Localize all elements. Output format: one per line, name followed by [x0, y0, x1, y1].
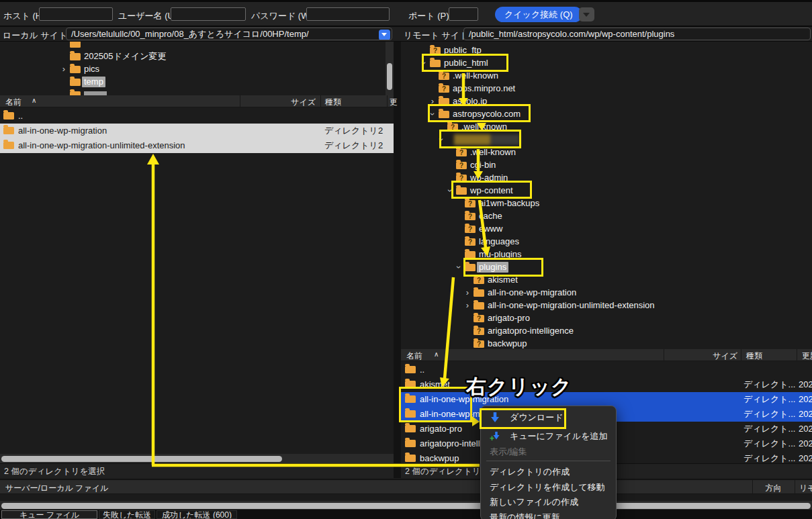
tree-item-label: astropsycolo.com [453, 109, 521, 120]
tree-item-.well-known[interactable]: ?.well-known [401, 121, 812, 134]
local-tree-scrollbar[interactable] [386, 42, 394, 95]
password-input[interactable] [306, 7, 390, 21]
local-col-size[interactable]: サイズ [255, 97, 316, 108]
expand-icon[interactable]: › [463, 287, 472, 298]
file-type: ディレクト... [743, 407, 795, 422]
tree-item-.well-known[interactable]: ?.well-known [401, 146, 812, 159]
menu-item-label: 最新の情報に更新 [490, 510, 560, 519]
local-file-list[interactable]: ..all-in-one-wp-migrationディレクトリ2all-in-o… [0, 107, 394, 454]
expand-icon[interactable]: › [428, 96, 437, 107]
local-site-path-combo[interactable]: /Users/telulullc/00_minpro/08_あすとろサイコロ/0… [66, 28, 392, 40]
file-type: ディレクトリ [324, 138, 378, 153]
tree-item-pics[interactable]: ›pics [0, 63, 394, 76]
tree-item-mu-plugins[interactable]: mu-plugins [401, 248, 812, 261]
file-row-all-in-one-wp-migration[interactable]: all-in-one-wp-migrationディレクトリ2 [0, 124, 394, 138]
queue-col-file[interactable]: サーバー/ローカル ファイル [5, 483, 108, 494]
tree-item[interactable] [0, 42, 394, 50]
quickconnect-dropdown-button[interactable] [579, 7, 594, 21]
remote-col-modified[interactable]: 更新 [802, 350, 812, 362]
expand-icon[interactable]: › [59, 64, 69, 75]
local-site-path: /Users/telulullc/00_minpro/08_あすとろサイコロ/0… [71, 29, 309, 39]
tree-item-wp-admin[interactable]: ?wp-admin [401, 172, 812, 185]
tree-item-.well-known[interactable]: ?.well-known [401, 70, 812, 83]
expand-icon[interactable]: › [463, 300, 472, 311]
tree-item-arigato-pro[interactable]: ?arigato-pro [401, 312, 812, 325]
folder-question-icon: ? [473, 315, 484, 322]
quickconnect-button[interactable]: クイック接続 (Q) [495, 7, 582, 22]
collapse-icon[interactable]: › [445, 186, 455, 195]
file-row-[interactable]: .. [401, 363, 812, 377]
remote-col-name[interactable]: 名前 [406, 350, 422, 362]
remote-col-size[interactable]: サイズ [616, 350, 737, 362]
local-tree-scrollbar-thumb[interactable] [387, 63, 392, 90]
collapse-icon[interactable]: › [453, 263, 464, 272]
local-col-name[interactable]: 名前 [5, 97, 21, 108]
tree-item-public_html[interactable]: ›public_html [401, 57, 812, 70]
file-row-[interactable]: .. [0, 109, 394, 124]
tree-item-ascolo.jp[interactable]: ›ascolo.jp [401, 95, 812, 108]
tree-item-label: akismet [488, 275, 518, 285]
username-input[interactable] [171, 7, 246, 21]
local-hscrollbar[interactable] [0, 454, 394, 463]
menu-item-0[interactable]: ダウンロード [485, 410, 612, 425]
queue-tab-0[interactable]: キュー ファイル [1, 510, 97, 519]
tree-item-label: public_html [444, 58, 488, 68]
folder-question-icon: ? [456, 175, 467, 182]
tree-item-ewww[interactable]: ?ewww [401, 223, 812, 236]
tree-item-arigatopro-intelligence[interactable]: ?arigatopro-intelligence [401, 325, 812, 338]
tree-item-apps.minpro.net[interactable]: ?apps.minpro.net [401, 83, 812, 95]
folder-icon [473, 289, 484, 297]
tree-item-label: ai1wm-backups [479, 198, 539, 209]
file-row-all-in-one-wp-migration-unlimited-extension[interactable]: all-in-one-wp-migration-unlimited-extens… [0, 138, 394, 153]
queue-col-direction[interactable]: 方向 [752, 483, 795, 494]
remote-site-path-combo[interactable]: /public_html/astropsycolo.com/wp/wp-cont… [463, 28, 811, 40]
file-row-all-in-one-wp-migration[interactable]: all-in-one-wp-migrationディレクト...202 [401, 392, 812, 407]
tree-item-cache[interactable]: ?cache [401, 210, 812, 223]
folder-icon [456, 187, 467, 195]
menu-item-5[interactable]: ディレクトリを作成して移動 [485, 479, 612, 495]
file-name: arigato-pro [420, 422, 462, 436]
menu-item-6[interactable]: 新しいファイルの作成 [485, 494, 612, 510]
queue-tab-2[interactable]: 成功した転送 (600) [156, 510, 237, 519]
file-row-akismet[interactable]: akismetディレクト...202 [401, 377, 812, 392]
menu-item-1[interactable]: +キューにファイルを追加 [485, 428, 612, 444]
local-tree[interactable]: 202505ドメイン変更›picstemp [0, 42, 394, 95]
queue-hscrollbar-thumb[interactable] [1, 503, 811, 509]
tree-item[interactable] [0, 89, 394, 96]
collapse-icon[interactable]: › [418, 58, 429, 68]
tree-item-label: wp-admin [470, 173, 508, 183]
local-path-dropdown-button[interactable] [379, 30, 390, 40]
queue-hscrollbar[interactable] [0, 501, 812, 510]
remote-col-type[interactable]: 種類 [746, 350, 762, 362]
remote-tree[interactable]: ?public_ftp›public_html?.well-known?apps… [401, 42, 812, 349]
port-input[interactable] [449, 7, 478, 21]
tree-item-astropsycolo.com[interactable]: ›astropsycolo.com [401, 108, 812, 121]
collapse-icon[interactable]: › [427, 109, 438, 119]
menu-item-4[interactable]: ディレクトリの作成 [485, 464, 612, 479]
file-modified: 2 [378, 138, 383, 153]
queue-col-remote[interactable]: リモー [799, 483, 812, 494]
tree-item-all-in-one-wp-migration-unlimited-extension[interactable]: ›all-in-one-wp-migration-unlimited-exten… [401, 299, 812, 312]
menu-item-7[interactable]: 最新の情報に更新 [485, 510, 612, 519]
tree-item-plugins[interactable]: ›plugins [401, 261, 812, 274]
tree-item-backwpup[interactable]: ?backwpup [401, 338, 812, 350]
tree-item-languages[interactable]: ?languages [401, 236, 812, 248]
folder-icon [405, 425, 416, 432]
tree-item-redacted[interactable]: › [401, 134, 812, 146]
tree-item-202505ドメイン変更[interactable]: 202505ドメイン変更 [0, 50, 394, 63]
file-type: ディレクト... [743, 392, 795, 407]
local-status-text: 2 個のディレクトリを選択 [4, 466, 105, 477]
local-hscrollbar-thumb[interactable] [1, 456, 282, 462]
tree-item-all-in-one-wp-migration[interactable]: ›all-in-one-wp-migration [401, 287, 812, 299]
host-input[interactable] [39, 7, 113, 21]
tree-item-ai1wm-backups[interactable]: ?ai1wm-backups [401, 197, 812, 210]
tree-item-temp[interactable]: temp [0, 76, 394, 89]
queue-tab-1[interactable]: 失敗した転送 [99, 510, 155, 519]
tree-item-cgi-bin[interactable]: ?cgi-bin [401, 159, 812, 172]
tree-item-public_ftp[interactable]: ?public_ftp [401, 44, 812, 57]
local-col-type[interactable]: 種類 [325, 97, 341, 108]
local-col-modified[interactable]: 更 [390, 97, 398, 108]
tree-item-wp-content[interactable]: ›wp-content [401, 185, 812, 197]
collapse-icon[interactable]: › [436, 135, 447, 144]
tree-item-akismet[interactable]: ?akismet [401, 274, 812, 287]
